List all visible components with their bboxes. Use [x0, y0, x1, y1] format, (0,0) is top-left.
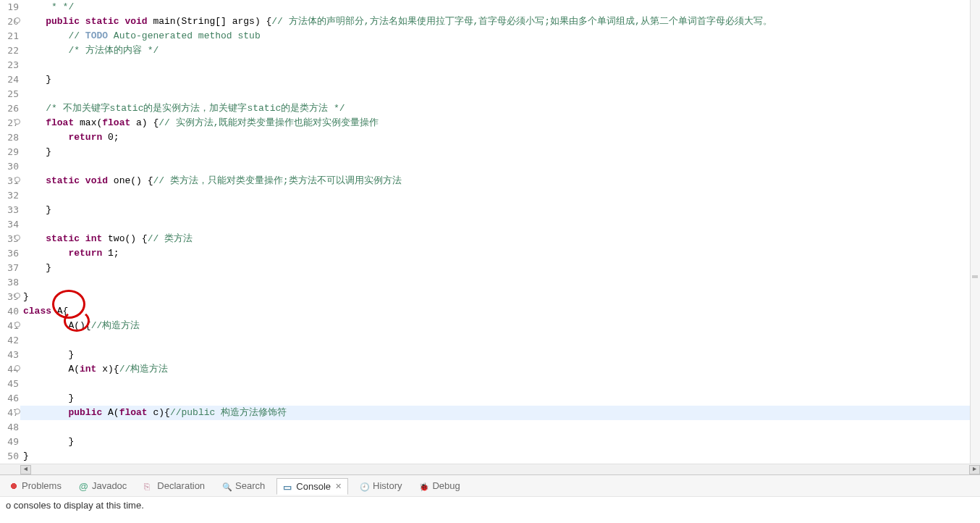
line-number[interactable]: 46 [0, 391, 20, 406]
line-number[interactable]: 38 [0, 275, 20, 290]
tab-console[interactable]: Console✕ [276, 478, 348, 495]
fold-annotation-icon[interactable] [14, 17, 20, 23]
line-number[interactable]: 41 [0, 319, 20, 333]
line-number[interactable]: 31 [0, 174, 20, 188]
fold-annotation-icon[interactable] [14, 235, 20, 240]
code-line[interactable]: A(){//构造方法 [20, 319, 970, 333]
code-token: float [46, 117, 74, 128]
code-line[interactable] [20, 58, 970, 72]
line-number[interactable]: 32 [0, 188, 20, 203]
code-editor-area[interactable]: * */ public static void main(String[] ar… [20, 0, 970, 464]
tab-history[interactable]: History [354, 478, 407, 493]
line-number[interactable]: 40 [0, 304, 20, 319]
line-number[interactable]: 30 [0, 159, 20, 174]
code-token: float [119, 407, 148, 418]
line-number[interactable]: 50 [0, 449, 20, 464]
line-number[interactable]: 42 [0, 333, 20, 348]
horizontal-scrollbar[interactable]: ◄ ► [0, 464, 980, 474]
tab-search[interactable]: Search [216, 478, 271, 493]
line-number[interactable]: 22 [0, 43, 20, 58]
line-number[interactable]: 44 [0, 362, 20, 377]
code-line[interactable]: } [20, 72, 970, 87]
line-number[interactable]: 34 [0, 217, 20, 232]
code-token: // 方法体的声明部分,方法名如果使用拉丁字母,首字母必须小写;如果由多个单词组… [271, 16, 772, 27]
line-number[interactable]: 25 [0, 87, 20, 101]
tab-problems[interactable]: Problems [3, 478, 67, 493]
code-line[interactable] [20, 188, 970, 203]
fold-annotation-icon[interactable] [14, 322, 20, 327]
code-line[interactable]: /* 不加关键字static的是实例方法，加关键字static的是类方法 */ [20, 101, 970, 116]
code-line[interactable] [20, 333, 970, 348]
line-number[interactable]: 37 [0, 261, 20, 275]
code-token: } [23, 451, 29, 461]
code-line[interactable]: } [20, 290, 970, 304]
code-line[interactable]: } [20, 203, 970, 217]
code-line[interactable]: return 0; [20, 130, 970, 145]
code-line[interactable]: A(int x){//构造方法 [20, 362, 970, 377]
code-line[interactable]: // TODO Auto-generated method stub [20, 29, 970, 43]
code-line[interactable]: * */ [20, 0, 970, 14]
line-number[interactable]: 36 [0, 246, 20, 261]
tab-debug[interactable]: Debug [413, 478, 465, 493]
fold-annotation-icon[interactable] [14, 409, 20, 414]
scroll-left-button[interactable]: ◄ [20, 465, 31, 474]
code-line[interactable]: } [20, 145, 970, 159]
close-icon[interactable]: ✕ [335, 482, 342, 491]
line-number[interactable]: 39 [0, 290, 20, 304]
bottom-panel: ProblemsJavadocDeclarationSearchConsole✕… [0, 474, 980, 522]
code-line[interactable]: } [20, 261, 970, 275]
line-number[interactable]: 19 [0, 0, 20, 14]
code-line[interactable]: } [20, 449, 970, 464]
code-token: * */ [23, 1, 74, 12]
line-number[interactable]: 35 [0, 232, 20, 246]
tab-javadoc[interactable]: Javadoc [73, 478, 132, 493]
fold-annotation-icon[interactable] [14, 119, 20, 125]
line-number[interactable]: 24 [0, 72, 20, 87]
line-number[interactable]: 21 [0, 29, 20, 43]
line-number[interactable]: 26 [0, 101, 20, 116]
code-line[interactable]: } [20, 391, 970, 406]
code-token: //构造方法 [119, 364, 169, 375]
code-token: static void [46, 175, 108, 186]
scroll-right-button[interactable]: ► [969, 465, 980, 474]
fold-annotation-icon[interactable] [14, 177, 20, 183]
code-line[interactable]: return 1; [20, 246, 970, 261]
code-line[interactable]: static void one() {// 类方法，只能对类变量操作;类方法不可… [20, 174, 970, 188]
fold-annotation-icon[interactable] [14, 365, 20, 371]
line-number[interactable]: 45 [0, 377, 20, 391]
line-number[interactable]: 27 [0, 116, 20, 130]
code-token: // 类方法 [148, 233, 193, 244]
line-number[interactable]: 23 [0, 58, 20, 72]
line-number[interactable]: 47 [0, 406, 20, 420]
line-number[interactable]: 29 [0, 145, 20, 159]
code-line[interactable] [20, 377, 970, 391]
code-line[interactable]: public static void main(String[] args) {… [20, 14, 970, 29]
code-line[interactable]: static int two() {// 类方法 [20, 232, 970, 246]
line-number[interactable]: 28 [0, 130, 20, 145]
declaration-icon [144, 481, 154, 491]
overview-ruler[interactable] [970, 0, 980, 464]
code-line[interactable]: class A{ [20, 304, 970, 319]
code-line[interactable] [20, 275, 970, 290]
code-line[interactable]: } [20, 348, 970, 362]
code-token: two() { [102, 233, 147, 244]
code-line[interactable]: public A(float c){//public 构造方法修饰符 [20, 406, 970, 420]
code-line[interactable]: /* 方法体的内容 */ [20, 43, 970, 58]
line-number[interactable]: 48 [0, 420, 20, 435]
code-line[interactable]: } [20, 435, 970, 449]
line-number-gutter[interactable]: 1920212223242526272829303132333435363738… [0, 0, 20, 464]
line-number[interactable]: 49 [0, 435, 20, 449]
line-number[interactable]: 20 [0, 14, 20, 29]
code-line[interactable]: float max(float a) {// 实例方法,既能对类变量操作也能对实… [20, 116, 970, 130]
code-token [23, 117, 46, 128]
code-line[interactable] [20, 87, 970, 101]
code-token: public [68, 407, 102, 418]
code-line[interactable] [20, 217, 970, 232]
tab-label: Debug [432, 480, 460, 491]
line-number[interactable]: 43 [0, 348, 20, 362]
line-number[interactable]: 33 [0, 203, 20, 217]
fold-annotation-icon[interactable] [14, 293, 20, 298]
code-line[interactable] [20, 420, 970, 435]
code-line[interactable] [20, 159, 970, 174]
tab-declaration[interactable]: Declaration [138, 478, 211, 493]
